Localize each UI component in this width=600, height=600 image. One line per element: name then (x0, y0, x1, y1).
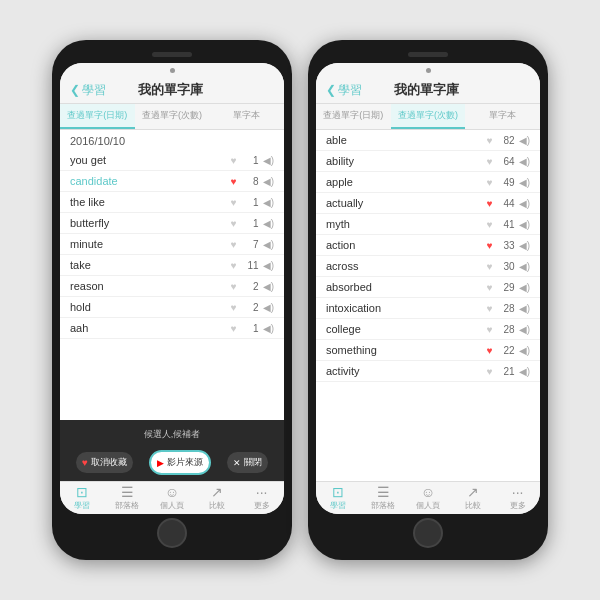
heart-icon-filled[interactable]: ♥ (231, 176, 237, 187)
word-count: 11 (239, 260, 259, 271)
word-text: ability (326, 155, 487, 167)
sound-icon[interactable]: ◀) (519, 177, 530, 188)
bottom-nav-blog-1[interactable]: ☰ 部落格 (105, 485, 150, 511)
sound-icon[interactable]: ◀) (519, 219, 530, 230)
cancel-btn[interactable]: ♥ 取消收藏 (76, 452, 133, 473)
sound-icon[interactable]: ◀) (263, 155, 274, 166)
heart-icon[interactable]: ♥ (487, 303, 493, 314)
chevron-left-icon-1: ❮ (70, 83, 80, 97)
status-bar-2 (316, 63, 540, 77)
phones-container: ❮ 學習 我的單字庫 查過單字(日期) 查過單字(次數) 單字本 2016/10… (42, 30, 558, 570)
heart-icon[interactable]: ♥ (231, 323, 237, 334)
heart-icon[interactable]: ♥ (231, 218, 237, 229)
blog-label-1: 部落格 (115, 500, 139, 511)
word-text: across (326, 260, 487, 272)
sound-icon[interactable]: ◀) (519, 261, 530, 272)
heart-icon[interactable]: ♥ (231, 281, 237, 292)
speaker-2 (408, 52, 448, 57)
youtube-btn[interactable]: ▶ 影片來源 (149, 450, 211, 475)
phone-2: ❮ 學習 我的單字庫 查過單字(日期) 查過單字(次數) 單字本 able ♥ … (308, 40, 548, 560)
bottom-nav-study-2[interactable]: ⊡ 學習 (316, 485, 361, 511)
heart-icon[interactable]: ♥ (487, 156, 493, 167)
bottom-nav-compare-1[interactable]: ↗ 比較 (194, 485, 239, 511)
word-count: 44 (495, 198, 515, 209)
back-button-1[interactable]: ❮ 學習 (70, 82, 106, 99)
bottom-nav-more-1[interactable]: ··· 更多 (239, 485, 284, 511)
word-row-activity: activity ♥ 21 ◀) (316, 361, 540, 382)
bottom-nav-compare-2[interactable]: ↗ 比較 (450, 485, 495, 511)
heart-icon-filled[interactable]: ♥ (487, 240, 493, 251)
heart-icon[interactable]: ♥ (231, 302, 237, 313)
word-row: candidate ♥ 8 ◀) (60, 171, 284, 192)
sound-icon[interactable]: ◀) (263, 197, 274, 208)
sound-icon[interactable]: ◀) (263, 260, 274, 271)
sound-icon[interactable]: ◀) (519, 303, 530, 314)
sound-icon[interactable]: ◀) (519, 156, 530, 167)
word-row-able: able ♥ 82 ◀) (316, 130, 540, 151)
word-row: you get ♥ 1 ◀) (60, 150, 284, 171)
word-text: activity (326, 365, 487, 377)
heart-icon[interactable]: ♥ (487, 177, 493, 188)
heart-icon[interactable]: ♥ (487, 219, 493, 230)
heart-icon[interactable]: ♥ (487, 135, 493, 146)
word-count: 2 (239, 302, 259, 313)
heart-icon[interactable]: ♥ (231, 260, 237, 271)
heart-icon-filled[interactable]: ♥ (487, 345, 493, 356)
back-button-2[interactable]: ❮ 學習 (326, 82, 362, 99)
word-count: 49 (495, 177, 515, 188)
close-btn[interactable]: ✕ 關閉 (227, 452, 268, 473)
camera-dot-1 (170, 68, 175, 73)
sound-icon[interactable]: ◀) (519, 198, 530, 209)
word-text-intoxication: intoxication (326, 302, 487, 314)
word-row: take ♥ 11 ◀) (60, 255, 284, 276)
home-button-1[interactable] (157, 518, 187, 548)
bottom-nav-profile-1[interactable]: ☺ 個人頁 (150, 485, 195, 511)
tab-count-2[interactable]: 查過單字(次數) (391, 104, 466, 129)
word-text: the like (70, 196, 231, 208)
sound-icon[interactable]: ◀) (519, 282, 530, 293)
heart-icon[interactable]: ♥ (487, 366, 493, 377)
content-1: 2016/10/10 you get ♥ 1 ◀) candidate ♥ 8 … (60, 130, 284, 420)
home-button-2[interactable] (413, 518, 443, 548)
sound-icon[interactable]: ◀) (263, 323, 274, 334)
sound-icon[interactable]: ◀) (519, 366, 530, 377)
more-label-1: 更多 (254, 500, 270, 511)
bottom-nav-more-2[interactable]: ··· 更多 (495, 485, 540, 511)
sound-icon[interactable]: ◀) (519, 240, 530, 251)
word-row: hold ♥ 2 ◀) (60, 297, 284, 318)
sound-icon[interactable]: ◀) (263, 302, 274, 313)
more-icon-2: ··· (512, 485, 524, 499)
heart-icon[interactable]: ♥ (231, 155, 237, 166)
bottom-nav-blog-2[interactable]: ☰ 部落格 (361, 485, 406, 511)
heart-icon[interactable]: ♥ (487, 261, 493, 272)
camera-dot-2 (426, 68, 431, 73)
heart-icon-filled[interactable]: ♥ (487, 198, 493, 209)
sound-icon[interactable]: ◀) (519, 324, 530, 335)
word-count: 28 (495, 324, 515, 335)
sound-icon[interactable]: ◀) (263, 281, 274, 292)
word-count: 64 (495, 156, 515, 167)
word-row-myth: myth ♥ 41 ◀) (316, 214, 540, 235)
bottom-nav-2: ⊡ 學習 ☰ 部落格 ☺ 個人頁 ↗ 比較 ··· 更多 (316, 481, 540, 514)
word-text: college (326, 323, 487, 335)
sound-icon[interactable]: ◀) (263, 218, 274, 229)
tab-date-1[interactable]: 查過單字(日期) (60, 104, 135, 129)
study-label-2: 學習 (330, 500, 346, 511)
tab-book-2[interactable]: 單字本 (465, 104, 540, 129)
sound-icon[interactable]: ◀) (263, 239, 274, 250)
tab-date-2[interactable]: 查過單字(日期) (316, 104, 391, 129)
bottom-nav-study-1[interactable]: ⊡ 學習 (60, 485, 105, 511)
tab-book-1[interactable]: 單字本 (209, 104, 284, 129)
sound-icon[interactable]: ◀) (263, 176, 274, 187)
word-count: 1 (239, 218, 259, 229)
tab-count-1[interactable]: 查過單字(次數) (135, 104, 210, 129)
bottom-nav-profile-2[interactable]: ☺ 個人頁 (406, 485, 451, 511)
word-count: 1 (239, 197, 259, 208)
heart-icon[interactable]: ♥ (231, 239, 237, 250)
heart-icon[interactable]: ♥ (231, 197, 237, 208)
heart-icon[interactable]: ♥ (487, 324, 493, 335)
word-text: actually (326, 197, 487, 209)
heart-icon[interactable]: ♥ (487, 282, 493, 293)
sound-icon[interactable]: ◀) (519, 135, 530, 146)
sound-icon[interactable]: ◀) (519, 345, 530, 356)
